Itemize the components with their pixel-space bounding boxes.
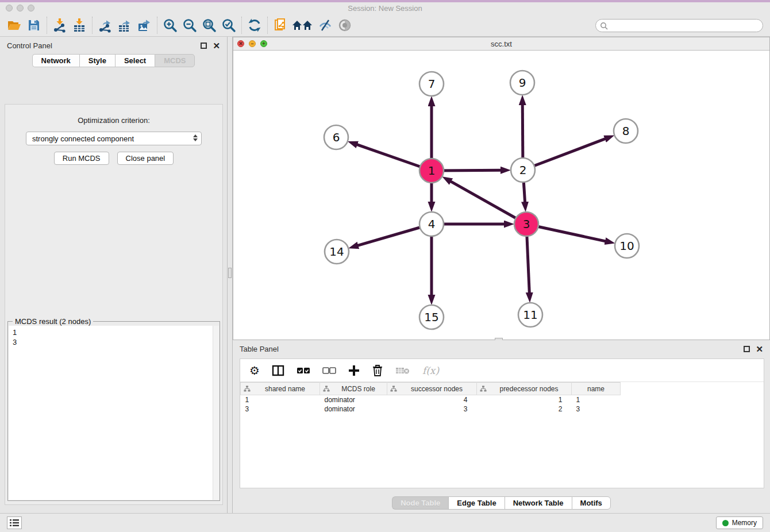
- node-table: shared name MCDS role successor nodes pr…: [240, 382, 621, 414]
- tab-network-table[interactable]: Network Table: [505, 496, 572, 510]
- zoom-in-icon: [163, 18, 178, 33]
- column-header-mcds-role[interactable]: MCDS role: [320, 383, 387, 395]
- show-all-button[interactable]: [335, 16, 355, 34]
- graph-node-label-14: 14: [329, 245, 344, 259]
- zoom-selected-icon: [221, 18, 236, 33]
- node-table-content: ⚙ f(x) shared name MCDS role successor n…: [240, 358, 764, 488]
- float-panel-icon[interactable]: [201, 43, 207, 49]
- export-network-icon: [98, 18, 113, 33]
- table-panel: Table Panel ✕ ⚙ f(x) shared name MCDS ro…: [233, 340, 770, 513]
- graph-node-label-3: 3: [523, 217, 530, 231]
- delete-column-icon[interactable]: [372, 364, 383, 377]
- memory-label: Memory: [732, 519, 757, 527]
- titlebar: Session: New Session: [0, 2, 770, 14]
- export-network-button[interactable]: [95, 16, 115, 34]
- toolbar-separator: [157, 17, 157, 34]
- import-table-button[interactable]: [70, 16, 89, 34]
- dropdown-value: strongly connected component: [32, 134, 134, 143]
- search-field-wrap: [595, 19, 763, 32]
- tab-mcds[interactable]: MCDS: [155, 54, 195, 67]
- column-header-name[interactable]: name: [572, 383, 621, 395]
- mcds-result-group: MCDS result (2 nodes) 1 3: [7, 321, 220, 501]
- close-table-panel-icon[interactable]: ✕: [756, 345, 763, 353]
- graph-node-label-1: 1: [428, 164, 436, 178]
- export-table-button[interactable]: [115, 16, 134, 34]
- tab-style[interactable]: Style: [79, 54, 115, 67]
- import-network-button[interactable]: [50, 16, 70, 34]
- first-neighbors-icon: [291, 18, 314, 32]
- network-from-selection-button[interactable]: [271, 16, 290, 34]
- show-all-icon: [337, 18, 352, 33]
- open-file-button[interactable]: [5, 16, 24, 34]
- result-scrollbar[interactable]: [213, 326, 219, 500]
- table-row[interactable]: 3 dominator 3 2 3: [241, 404, 621, 414]
- gear-icon[interactable]: ⚙: [249, 365, 260, 376]
- refresh-layout-button[interactable]: [245, 16, 264, 34]
- open-file-icon: [7, 18, 22, 32]
- mcds-result-text[interactable]: 1 3: [9, 326, 219, 500]
- zoom-out-icon: [182, 18, 197, 33]
- list-icon: [9, 519, 20, 527]
- split-view-icon[interactable]: [272, 365, 284, 376]
- tab-motifs[interactable]: Motifs: [572, 496, 611, 510]
- toolbar-separator: [47, 17, 47, 34]
- first-neighbors-button[interactable]: [290, 16, 315, 34]
- zoom-fit-icon: [202, 18, 217, 33]
- toolbar-separator: [267, 17, 268, 34]
- deselect-all-icon[interactable]: [322, 367, 336, 375]
- column-header-successor-nodes[interactable]: successor nodes: [387, 383, 477, 395]
- close-panel-button[interactable]: Close panel: [117, 152, 174, 165]
- memory-status-icon: [722, 520, 729, 526]
- mcds-tab-content: Optimization criterion: strongly connect…: [5, 104, 223, 505]
- save-session-button[interactable]: [24, 16, 44, 34]
- memory-button[interactable]: Memory: [716, 516, 763, 529]
- graph-node-label-10: 10: [619, 239, 634, 253]
- tab-node-table[interactable]: Node Table: [392, 496, 448, 510]
- network-window-titlebar[interactable]: ✕ − + scc.txt: [233, 37, 769, 51]
- network-view-title: scc.txt: [233, 40, 769, 48]
- optimization-criterion-dropdown[interactable]: strongly connected component: [26, 132, 202, 145]
- network-graph[interactable]: 7968124314101511: [233, 51, 769, 340]
- zoom-selected-button[interactable]: [219, 16, 238, 34]
- refresh-layout-icon: [248, 18, 261, 32]
- function-icon[interactable]: f(x): [422, 365, 439, 376]
- column-header-shared-name[interactable]: shared name: [241, 383, 320, 395]
- status-bar: Memory: [0, 513, 770, 532]
- window-title: Session: New Session: [0, 4, 770, 13]
- hide-selected-icon: [318, 18, 333, 33]
- attribute-icon: [244, 385, 251, 392]
- export-image-button[interactable]: [134, 16, 154, 34]
- splitter-grip[interactable]: [228, 268, 232, 278]
- table-toolbar: ⚙ f(x): [240, 359, 764, 382]
- tab-network[interactable]: Network: [32, 54, 79, 67]
- delete-table-icon[interactable]: [395, 365, 410, 376]
- save-session-icon: [27, 18, 41, 32]
- close-panel-icon[interactable]: ✕: [213, 41, 220, 50]
- graph-node-label-15: 15: [424, 310, 438, 324]
- search-input[interactable]: [595, 19, 763, 32]
- network-view-window: ✕ − + scc.txt 7968124314101511: [233, 37, 770, 340]
- network-from-selection-icon: [273, 18, 288, 33]
- zoom-in-button[interactable]: [160, 16, 180, 34]
- attribute-icon: [480, 385, 487, 392]
- run-mcds-button[interactable]: Run MCDS: [54, 152, 109, 165]
- zoom-fit-button[interactable]: [199, 16, 219, 34]
- tab-select[interactable]: Select: [115, 54, 155, 67]
- panel-splitter[interactable]: [227, 37, 233, 513]
- table-panel-title: Table Panel: [240, 345, 279, 353]
- search-icon: [600, 22, 608, 30]
- tab-edge-table[interactable]: Edge Table: [448, 496, 504, 510]
- dropdown-stepper-icon: [193, 134, 198, 141]
- graph-node-label-11: 11: [523, 308, 537, 322]
- add-column-icon[interactable]: [348, 365, 360, 376]
- task-history-button[interactable]: [7, 516, 22, 529]
- column-header-predecessor-nodes[interactable]: predecessor nodes: [477, 383, 572, 395]
- graph-node-label-2: 2: [519, 163, 527, 177]
- zoom-out-button[interactable]: [180, 16, 199, 34]
- table-row[interactable]: 1 dominator 4 1 1: [241, 395, 621, 404]
- mcds-result-title: MCDS result (2 nodes): [13, 317, 93, 326]
- select-all-icon[interactable]: [297, 367, 310, 375]
- hide-selected-button[interactable]: [315, 16, 335, 34]
- optimization-criterion-label: Optimization criterion:: [5, 116, 222, 125]
- float-table-panel-icon[interactable]: [744, 346, 750, 352]
